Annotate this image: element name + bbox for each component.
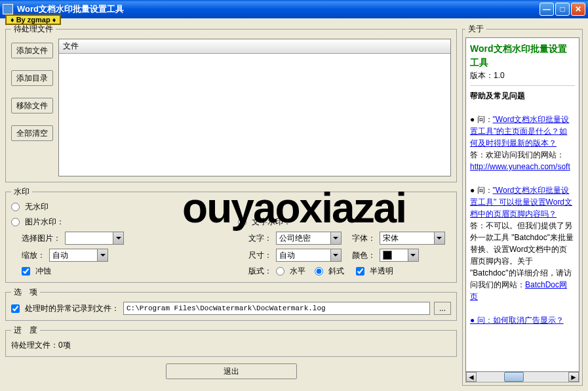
browse-button[interactable]: ... xyxy=(434,302,451,315)
horiz-radio[interactable] xyxy=(276,267,284,276)
color-label: 颜色： xyxy=(352,250,376,261)
scroll-thumb[interactable] xyxy=(504,372,524,382)
title-bar: Word文档水印批量设置工具 — □ ✕ xyxy=(0,0,588,18)
watermark-legend: 水印 xyxy=(11,186,32,197)
faq-a2: 答：不可以。但我们提供了另外一款工具 "Batchdoc"来批量替换、设置Wor… xyxy=(470,221,574,289)
files-group: 待处理文件 添加文件 添加目录 移除文件 全部清空 文件 xyxy=(5,24,457,182)
add-file-button[interactable]: 添加文件 xyxy=(11,43,53,58)
exit-button[interactable]: 退出 xyxy=(166,363,297,379)
text-watermark-label: 文字水印： xyxy=(252,216,291,228)
diag-radio[interactable] xyxy=(315,267,323,276)
horiz-label: 水平 xyxy=(290,266,305,277)
color-swatch xyxy=(383,251,392,260)
log-check[interactable] xyxy=(11,304,20,313)
chevron-down-icon xyxy=(97,249,108,261)
scroll-left-icon[interactable]: ◄ xyxy=(466,372,477,382)
color-combo[interactable] xyxy=(380,249,419,262)
font-label: 字体： xyxy=(352,233,376,244)
window-title: Word文档水印批量设置工具 xyxy=(17,3,538,15)
add-dir-button[interactable]: 添加目录 xyxy=(11,70,53,86)
close-button[interactable]: ✕ xyxy=(571,3,585,16)
about-group: 关于 Word文档水印批量设置工具 版本：1.0 帮助及常见问题 ● 问："Wo… xyxy=(462,24,583,386)
image-watermark-label: 图片水印： xyxy=(25,216,64,228)
diag-label: 斜式 xyxy=(328,266,344,277)
chevron-down-icon xyxy=(113,232,123,244)
version-value: 1.0 xyxy=(494,71,505,80)
chevron-down-icon xyxy=(330,249,341,261)
layout-label: 版式： xyxy=(248,266,272,277)
options-legend: 选 项 xyxy=(11,287,40,298)
progress-legend: 进 度 xyxy=(11,325,40,336)
chevron-down-icon xyxy=(330,232,341,244)
help-title: 帮助及常见问题 xyxy=(470,90,575,102)
scale-label: 缩放： xyxy=(22,250,45,261)
semi-label: 半透明 xyxy=(370,266,393,277)
no-watermark-radio[interactable] xyxy=(11,203,20,211)
chevron-down-icon xyxy=(434,232,444,244)
faq-a1: 答：欢迎访问我们的网站： xyxy=(470,149,575,161)
minimize-button[interactable]: — xyxy=(539,3,554,16)
watermark-group: 水印 无水印 图片水印： 选择图片： 缩放：自动 冲蚀 文字水印： 文字：公司绝… xyxy=(5,186,457,283)
image-path-combo[interactable] xyxy=(65,232,124,245)
semi-check[interactable] xyxy=(356,267,364,276)
faq-q3[interactable]: ● 问：如何取消广告显示？ xyxy=(470,316,564,325)
no-watermark-label: 无水印 xyxy=(25,201,49,213)
options-group: 选 项 处理时的异常记录到文件： ... xyxy=(5,287,457,321)
about-content: Word文档水印批量设置工具 版本：1.0 帮助及常见问题 ● 问："Word文… xyxy=(465,37,579,372)
select-image-label: 选择图片： xyxy=(22,233,61,244)
font-combo[interactable]: 宋体 xyxy=(380,232,445,245)
text-label: 文字： xyxy=(248,233,272,244)
text-watermark-radio[interactable] xyxy=(238,218,246,226)
scale-combo[interactable]: 自动 xyxy=(49,249,108,262)
homepage-link[interactable]: http://www.yuneach.com/soft xyxy=(470,162,570,171)
washout-check[interactable] xyxy=(22,267,30,276)
version-label: 版本： xyxy=(470,71,494,80)
about-hscroll[interactable]: ◄ ► xyxy=(465,372,579,382)
file-list[interactable]: 文件 xyxy=(58,39,451,176)
washout-label: 冲蚀 xyxy=(35,266,51,277)
size-combo[interactable]: 自动 xyxy=(276,249,342,262)
pending-text: 待处理文件：0项 xyxy=(11,340,451,351)
author-tag: ♦ By zgmap ♦ xyxy=(5,14,61,25)
file-list-header[interactable]: 文件 xyxy=(59,39,450,54)
about-legend: 关于 xyxy=(465,24,486,35)
maximize-button[interactable]: □ xyxy=(555,3,570,16)
log-path-input[interactable] xyxy=(123,302,430,315)
remove-file-button[interactable]: 移除文件 xyxy=(11,98,53,113)
scroll-right-icon[interactable]: ► xyxy=(568,372,579,382)
size-label: 尺寸： xyxy=(248,250,272,261)
files-legend: 待处理文件 xyxy=(11,24,56,35)
app-icon xyxy=(3,4,13,14)
about-title: Word文档水印批量设置工具 xyxy=(470,42,575,70)
text-combo[interactable]: 公司绝密 xyxy=(276,232,342,245)
chevron-down-icon xyxy=(408,249,418,261)
log-label: 处理时的异常记录到文件： xyxy=(25,303,119,314)
image-watermark-radio[interactable] xyxy=(11,218,20,226)
clear-all-button[interactable]: 全部清空 xyxy=(11,125,53,141)
progress-group: 进 度 待处理文件：0项 xyxy=(5,325,457,357)
